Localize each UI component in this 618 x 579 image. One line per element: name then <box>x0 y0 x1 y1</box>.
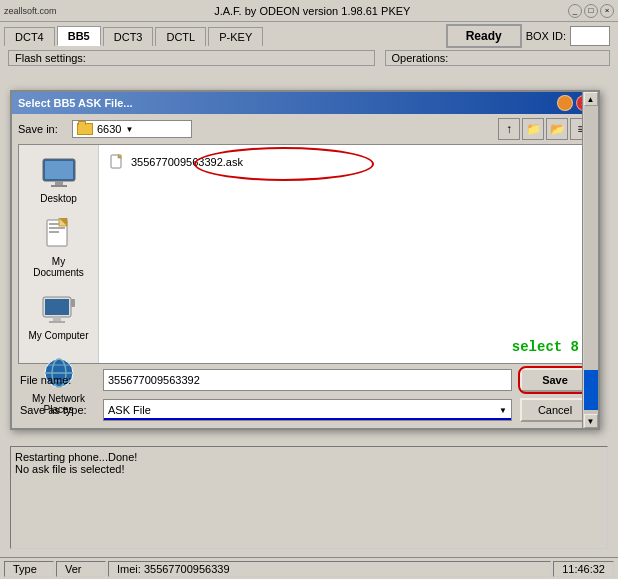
saveas-value: ASK File <box>108 404 151 416</box>
nav-new-folder-button[interactable]: 📂 <box>546 118 568 140</box>
sidebar-my-computer-label: My Computer <box>28 330 88 341</box>
save-in-label: Save in: <box>18 123 68 135</box>
current-folder: 6630 <box>97 123 121 135</box>
my-computer-icon <box>41 292 77 328</box>
tab-pkey[interactable]: P-KEY <box>208 27 263 46</box>
status-ver: Ver <box>56 561 106 577</box>
svg-rect-1 <box>45 161 73 179</box>
minimize-button[interactable]: _ <box>568 4 582 18</box>
save-in-dropdown[interactable]: 6630 ▼ <box>72 120 192 138</box>
dropdown-arrow-icon: ▼ <box>125 125 133 134</box>
dialog-scrollbar[interactable]: ▲ ▼ <box>582 92 598 428</box>
bottom-status-bar: Type Ver Imei: 35567700956339 11:46:32 <box>0 557 618 579</box>
saveas-label: Save as type: <box>20 404 95 416</box>
tab-bb5[interactable]: BB5 <box>57 26 101 46</box>
save-in-row: Save in: 6630 ▼ ↑ 📁 📂 ≡ <box>12 114 598 144</box>
svg-rect-11 <box>53 317 61 321</box>
window-controls: _ □ × <box>568 4 614 18</box>
saveas-row: Save as type: ASK File ▼ Cancel <box>12 396 598 428</box>
scroll-up-button[interactable]: ▲ <box>584 92 598 106</box>
saveas-arrow-icon: ▼ <box>499 406 507 415</box>
scroll-thumb[interactable] <box>584 370 598 410</box>
cancel-button[interactable]: Cancel <box>520 398 590 422</box>
tab-dct4[interactable]: DCT4 <box>4 27 55 46</box>
filename-input[interactable] <box>103 369 512 391</box>
filename-row: File name: Save <box>12 364 598 396</box>
log-line-2: No ask file is selected! <box>15 463 603 475</box>
box-id-label: BOX ID: <box>526 30 566 42</box>
svg-rect-6 <box>49 227 65 229</box>
svg-rect-10 <box>45 299 69 315</box>
save-button[interactable]: Save <box>520 368 590 392</box>
folder-icon <box>77 123 93 135</box>
nav-folder-button[interactable]: 📁 <box>522 118 544 140</box>
box-id-input[interactable] <box>570 26 610 46</box>
operations-label: Operations: <box>385 50 611 66</box>
saveas-dropdown[interactable]: ASK File ▼ <box>103 399 512 421</box>
svg-rect-2 <box>55 181 63 185</box>
sidebar-item-my-documents[interactable]: My Documents <box>24 214 94 282</box>
svg-rect-3 <box>51 185 67 187</box>
select-text: select 8 <box>512 339 579 355</box>
title-bar: zeallsoft.com J.A.F. by ODEON version 1.… <box>0 0 618 22</box>
file-name: 355677009563392.ask <box>131 156 243 168</box>
my-documents-icon <box>41 218 77 254</box>
flash-settings-label: Flash settings: <box>8 50 375 66</box>
file-dialog: Select BB5 ASK File... × Save in: 6630 ▼… <box>10 90 600 430</box>
close-button[interactable]: × <box>600 4 614 18</box>
status-time: 11:46:32 <box>553 561 614 577</box>
window-title: J.A.F. by ODEON version 1.98.61 PKEY <box>57 5 568 17</box>
tab-dct3[interactable]: DCT3 <box>103 27 154 46</box>
dialog-minimize-button[interactable] <box>557 95 573 111</box>
status-imei: Imei: 35567700956339 <box>108 561 551 577</box>
status-type: Type <box>4 561 54 577</box>
svg-rect-12 <box>49 321 65 323</box>
file-area: 355677009563392.ask select 8 <box>99 145 591 363</box>
log-area: Restarting phone...Done! No ask file is … <box>10 446 608 549</box>
filename-label: File name: <box>20 374 95 386</box>
file-list-container: Desktop My Documents <box>18 144 592 364</box>
svg-rect-13 <box>71 299 75 307</box>
file-item[interactable]: 355677009563392.ask <box>105 151 585 173</box>
log-line-1: Restarting phone...Done! <box>15 451 603 463</box>
ready-button[interactable]: Ready <box>446 24 522 48</box>
nav-buttons: ↑ 📁 📂 ≡ <box>498 118 592 140</box>
svg-rect-7 <box>49 231 59 233</box>
sidebar-item-desktop[interactable]: Desktop <box>24 151 94 208</box>
sidebar-desktop-label: Desktop <box>40 193 77 204</box>
saveas-underline <box>104 418 511 420</box>
dialog-title: Select BB5 ASK File... <box>18 97 133 109</box>
desktop-icon <box>41 155 77 191</box>
scroll-track <box>584 106 598 414</box>
sidebar-item-my-computer[interactable]: My Computer <box>24 288 94 345</box>
tab-dctl[interactable]: DCTL <box>155 27 206 46</box>
maximize-button[interactable]: □ <box>584 4 598 18</box>
tab-bar: DCT4 BB5 DCT3 DCTL P-KEY Ready BOX ID: <box>0 22 618 48</box>
sidebar-icons: Desktop My Documents <box>19 145 99 363</box>
dialog-title-bar: Select BB5 ASK File... × <box>12 92 598 114</box>
ask-file-icon <box>109 154 125 170</box>
logo-text: zeallsoft.com <box>4 6 57 16</box>
scroll-down-button[interactable]: ▼ <box>584 414 598 428</box>
section-labels: Flash settings: Operations: <box>0 48 618 68</box>
sidebar-my-documents-label: My Documents <box>28 256 90 278</box>
nav-up-button[interactable]: ↑ <box>498 118 520 140</box>
